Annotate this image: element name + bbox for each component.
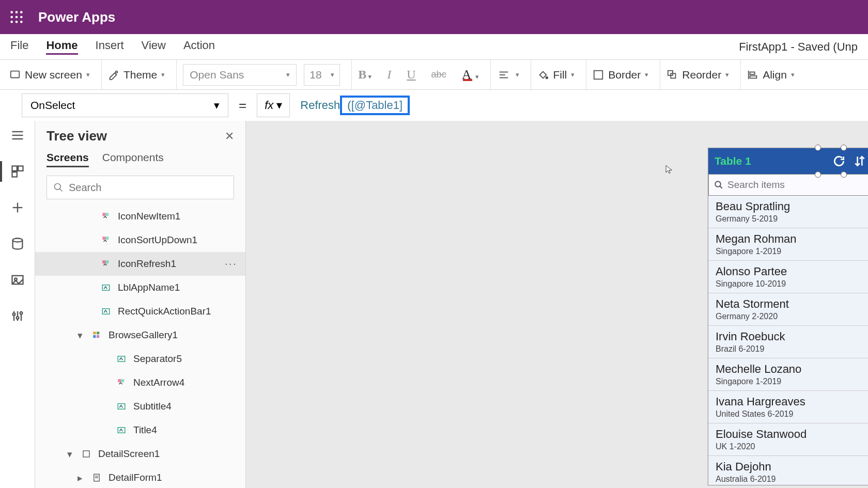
- theme-label: Theme: [123, 69, 157, 81]
- strike-button[interactable]: abc: [431, 69, 446, 80]
- font-color-button[interactable]: A▾: [462, 67, 479, 83]
- chevron-down-icon: ▾: [331, 71, 334, 78]
- tree-node[interactable]: Subtitle4: [35, 395, 245, 418]
- svg-rect-45: [105, 260, 109, 263]
- data-icon[interactable]: [10, 237, 25, 251]
- more-icon[interactable]: ···: [225, 257, 237, 271]
- list-item[interactable]: Beau SpratlingGermany 5-2019: [708, 196, 868, 228]
- svg-rect-42: [102, 237, 105, 240]
- theme-button[interactable]: Theme ▾: [108, 69, 165, 81]
- screen-icon: [9, 69, 21, 81]
- item-subtitle: Singapore 10-2019: [716, 279, 787, 289]
- preview-list: Beau SpratlingGermany 5-2019Megan Rohman…: [708, 196, 868, 485]
- item-subtitle: Australia 6-2019: [716, 475, 776, 484]
- tree-node[interactable]: Separator5: [35, 347, 245, 371]
- list-item[interactable]: Irvin RoebuckBrazil 6-2019: [708, 326, 868, 358]
- list-item[interactable]: Alonso ParteeSingapore 10-2019: [708, 261, 868, 293]
- italic-button[interactable]: I: [387, 68, 391, 82]
- list-item[interactable]: Ivana HargreavesUnited States 6-2019: [708, 391, 868, 423]
- search-icon: [714, 179, 723, 191]
- node-label: DetailScreen1: [98, 448, 160, 460]
- tree-node[interactable]: IconRefresh1···: [35, 252, 245, 276]
- selection-handle[interactable]: [841, 171, 847, 178]
- chevron-down-icon[interactable]: ▾: [75, 330, 85, 340]
- formula-paren: (: [347, 99, 351, 112]
- selection-handle[interactable]: [815, 145, 821, 151]
- list-item[interactable]: Megan RohmanSingapore 1-2019: [708, 228, 868, 261]
- border-button[interactable]: Border ▾: [593, 69, 648, 81]
- align-icon[interactable]: [497, 69, 510, 81]
- font-name-select[interactable]: Open Sans ▾: [183, 64, 297, 86]
- chevron-right-icon[interactable]: ▸: [75, 473, 85, 482]
- list-item[interactable]: Neta StormentGermany 2-2020: [708, 293, 868, 326]
- bold-button[interactable]: B▾: [358, 68, 371, 82]
- fill-button[interactable]: Fill ▾: [537, 69, 575, 81]
- chevron-down-icon[interactable]: ▾: [65, 449, 74, 459]
- tab-screens[interactable]: Screens: [47, 151, 89, 167]
- waffle-icon[interactable]: [9, 10, 24, 24]
- property-select[interactable]: OnSelect ▾: [22, 93, 228, 117]
- node-type-icon: [116, 377, 127, 388]
- node-type-icon: [100, 282, 112, 293]
- item-subtitle: Singapore 1-2019: [716, 247, 797, 256]
- svg-rect-25: [18, 166, 23, 171]
- menu-home[interactable]: Home: [46, 39, 78, 55]
- menu-file[interactable]: File: [10, 39, 28, 55]
- reorder-button[interactable]: Reorder ▾: [667, 69, 729, 81]
- tree-search-input[interactable]: [69, 182, 227, 194]
- preview-search-input[interactable]: [727, 179, 868, 191]
- refresh-icon[interactable]: [832, 154, 846, 168]
- svg-rect-53: [118, 379, 121, 382]
- svg-rect-50: [93, 335, 96, 338]
- menu-view[interactable]: View: [142, 39, 166, 55]
- list-item[interactable]: Mechelle LozanoSingapore 1-2019: [708, 358, 868, 391]
- font-size-select[interactable]: 18 ▾: [304, 64, 340, 86]
- node-type-icon: [81, 448, 92, 460]
- main-area: Tree view ✕ Screens Components IconNewIt…: [0, 121, 868, 488]
- preview-header: Table 1: [708, 148, 868, 174]
- media-icon[interactable]: [10, 273, 25, 287]
- tab-components[interactable]: Components: [102, 151, 164, 167]
- tree-node[interactable]: IconSortUpDown1: [35, 228, 245, 252]
- align-button[interactable]: Align ▾: [747, 69, 795, 81]
- list-item[interactable]: Elouise StanwoodUK 1-2020: [708, 423, 868, 456]
- menu-action[interactable]: Action: [183, 39, 215, 55]
- formula-input[interactable]: Refresh ( [@Table1]: [300, 96, 410, 115]
- tree-node[interactable]: NextArrow4: [35, 371, 245, 395]
- sort-icon[interactable]: [853, 154, 866, 168]
- hamburger-icon[interactable]: [10, 128, 25, 143]
- svg-point-29: [12, 239, 22, 242]
- new-screen-label: New screen: [25, 69, 82, 81]
- border-icon: [593, 69, 604, 81]
- tree-node[interactable]: ▾BrowseGallery1: [35, 323, 245, 347]
- border-label: Border: [608, 69, 641, 81]
- svg-point-4: [16, 16, 18, 19]
- underline-button[interactable]: U: [407, 68, 415, 82]
- tree-search[interactable]: [47, 176, 234, 199]
- list-item[interactable]: Kia DejohnAustralia 6-2019: [708, 456, 868, 485]
- close-icon[interactable]: ✕: [225, 130, 234, 143]
- advanced-icon[interactable]: [10, 309, 25, 323]
- selection-handle[interactable]: [815, 171, 821, 178]
- tree-view-icon[interactable]: [10, 164, 25, 179]
- palette-icon: [108, 69, 119, 81]
- tree-node[interactable]: ▸DetailForm1: [35, 466, 245, 488]
- tree-node[interactable]: ▾DetailScreen1: [35, 442, 245, 466]
- insert-icon[interactable]: [10, 200, 25, 215]
- tree-node[interactable]: LblAppName1: [35, 276, 245, 300]
- canvas[interactable]: Table 1 Beau SpratlingGermany 5-2019Mega…: [246, 121, 868, 488]
- selection-handle[interactable]: [841, 145, 847, 151]
- align-objects-icon: [747, 69, 758, 81]
- app-preview: Table 1 Beau SpratlingGermany 5-2019Mega…: [708, 148, 868, 485]
- node-type-icon: [100, 306, 112, 317]
- tree-node[interactable]: IconNewItem1: [35, 204, 245, 228]
- search-icon: [53, 182, 64, 193]
- tree-node[interactable]: RectQuickActionBar1: [35, 300, 245, 323]
- item-title: Alonso Partee: [716, 265, 787, 278]
- node-type-icon: [100, 234, 112, 246]
- menu-insert[interactable]: Insert: [96, 39, 124, 55]
- fx-button[interactable]: fx ▾: [257, 93, 290, 117]
- node-type-icon: [91, 472, 102, 483]
- new-screen-button[interactable]: New screen ▾: [9, 69, 90, 81]
- tree-node[interactable]: Title4: [35, 418, 245, 442]
